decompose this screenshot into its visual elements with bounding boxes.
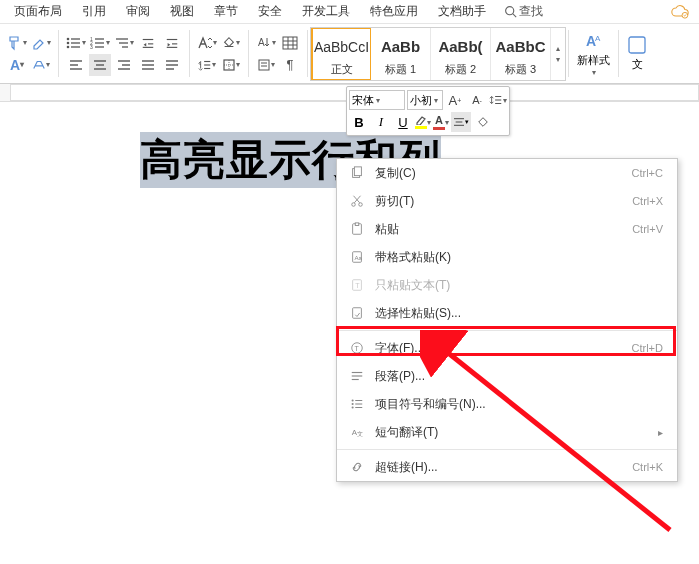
svg-rect-64 [354,167,361,176]
mini-toolbar: 宋体▾ 小初▾ A+ A- ▾ B I U ▾ A▾ ▾ [346,86,510,136]
align-distributed-button[interactable] [161,54,183,76]
text-tools-label: 文 [632,57,643,72]
cmenu-separator [337,330,677,331]
font-combo[interactable]: 宋体▾ [349,90,405,110]
cmenu-cut[interactable]: 剪切(T) Ctrl+X [337,187,677,215]
link-icon [347,460,367,474]
align-center-button[interactable] [89,54,111,76]
svg-rect-46 [283,37,297,49]
bullets-button[interactable]: ▾ [65,32,87,54]
cmenu-font[interactable]: T 字体(F)... Ctrl+D [337,334,677,362]
style-heading1[interactable]: AaBb 标题 1 [371,28,431,80]
align-mini-button[interactable]: ▾ [451,112,471,132]
styles-gallery: AaBbCcI 正文 AaBb 标题 1 AaBb( 标题 2 AaBbC 标题… [310,27,566,81]
cmenu-label: 带格式粘贴(K) [375,249,663,266]
cmenu-copy[interactable]: 复制(C) Ctrl+C [337,159,677,187]
italic-button[interactable]: I [371,112,391,132]
line-spacing-button[interactable]: ▾ [196,54,218,76]
menu-item[interactable]: 安全 [248,3,292,20]
line-spacing-mini[interactable]: ▾ [489,93,507,107]
cmenu-label: 复制(C) [375,165,632,182]
increase-font-button[interactable]: A+ [445,90,465,110]
style-normal[interactable]: AaBbCcI 正文 [311,28,371,80]
text-direction-button[interactable]: A▾ [255,32,277,54]
cmenu-paragraph[interactable]: 段落(P)... [337,362,677,390]
highlight-color-button[interactable]: ▾ [415,115,431,129]
svg-text:Aa: Aa [354,254,362,261]
underline-button[interactable]: U [393,112,413,132]
shading-button[interactable]: ▾ [220,32,242,54]
svg-point-7 [67,45,70,48]
cloud-icon [671,5,689,19]
menu-item[interactable]: 视图 [160,3,204,20]
paste-format-icon: Aa [347,250,367,264]
style-preview: AaBbCcI [314,32,369,62]
style-preview: AaBbC [495,32,545,62]
cmenu-label: 项目符号和编号(N)... [375,396,663,413]
new-style-button[interactable]: AA 新样式▾ [571,24,616,83]
align-justify-button[interactable] [137,54,159,76]
menu-item[interactable]: 审阅 [116,3,160,20]
cmenu-shortcut: Ctrl+V [632,223,663,235]
menu-item[interactable]: 文档助手 [428,3,496,20]
chevron-right-icon: ▸ [658,427,663,438]
table-button[interactable] [279,32,301,54]
cmenu-paste[interactable]: 粘贴 Ctrl+V [337,215,677,243]
svg-point-65 [352,203,356,207]
multilevel-button[interactable]: ▾ [113,32,135,54]
style-heading2[interactable]: AaBb( 标题 2 [431,28,491,80]
paste-text-icon: T [347,278,367,292]
menu-bar: 页面布局 引用 审阅 视图 章节 安全 开发工具 特色应用 文档助手 查找 [0,0,699,24]
styles-more-button[interactable]: ▴▾ [551,28,565,80]
svg-text:T: T [355,282,360,289]
menu-item[interactable]: 特色应用 [360,3,428,20]
shading-mini-button[interactable] [473,112,493,132]
char-scale-button[interactable]: ▾ [196,32,218,54]
paragraph-mark-button[interactable]: ¶ [279,54,301,76]
cmenu-paste-special[interactable]: 选择性粘贴(S)... [337,299,677,327]
highlight-button[interactable]: ▾ [30,54,52,76]
clear-format-button[interactable]: ▾ [30,32,52,54]
cmenu-translate[interactable]: A文 短句翻译(T) ▸ [337,418,677,446]
svg-line-1 [513,14,516,17]
search-label: 查找 [519,3,543,20]
align-right-button[interactable] [113,54,135,76]
bold-button[interactable]: B [349,112,369,132]
style-preview: AaBb [381,32,420,62]
format-painter-button[interactable]: ▾ [6,32,28,54]
cmenu-hyperlink[interactable]: 超链接(H)... Ctrl+K [337,453,677,481]
style-name: 标题 1 [385,62,416,77]
align-left-button[interactable] [65,54,87,76]
highlighter-icon [415,115,427,125]
text-tools-button[interactable]: 文 [621,24,653,83]
cmenu-bullets[interactable]: 项目符号和编号(N)... [337,390,677,418]
font-color-button[interactable]: A▾ [433,114,449,130]
svg-text:A: A [258,37,265,48]
svg-point-0 [506,7,514,15]
menu-item[interactable]: 章节 [204,3,248,20]
font-icon: T [347,341,367,355]
increase-indent-button[interactable] [161,32,183,54]
text-effects-button[interactable]: ▾ [255,54,277,76]
cmenu-shortcut: Ctrl+X [632,195,663,207]
borders-button[interactable]: ▾ [220,54,242,76]
search-button[interactable]: 查找 [496,3,551,20]
size-combo[interactable]: 小初▾ [407,90,443,110]
translate-icon: A文 [347,425,367,439]
font-button[interactable]: A▾ [6,54,28,76]
menu-item[interactable]: 引用 [72,3,116,20]
svg-text:文: 文 [357,430,363,437]
menu-item[interactable]: 开发工具 [292,3,360,20]
cmenu-label: 超链接(H)... [375,459,632,476]
menu-item[interactable]: 页面布局 [4,3,72,20]
cmenu-paste-format[interactable]: Aa 带格式粘贴(K) [337,243,677,271]
svg-point-5 [67,41,70,44]
ribbon-toolbar: ▾ ▾ A▾ ▾ ▾ 123▾ ▾ ▾ ▾ ▾ [0,24,699,84]
cloud-sync-button[interactable] [671,5,695,19]
style-heading3[interactable]: AaBbC 标题 3 [491,28,551,80]
decrease-font-button[interactable]: A- [467,90,487,110]
decrease-indent-button[interactable] [137,32,159,54]
svg-point-3 [67,37,70,40]
cmenu-label: 短句翻译(T) [375,424,648,441]
numbering-button[interactable]: 123▾ [89,32,111,54]
